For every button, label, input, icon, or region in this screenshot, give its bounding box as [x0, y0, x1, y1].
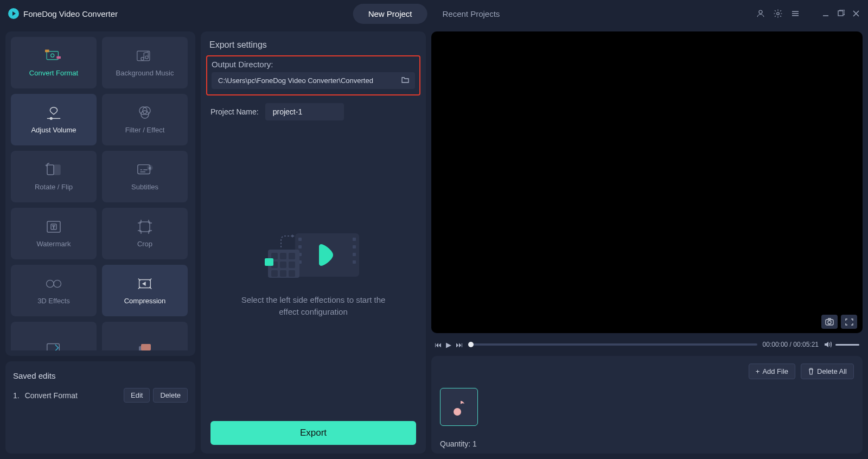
tab-new-project[interactable]: New Project: [353, 4, 427, 24]
effect-label: Adjust Volume: [31, 126, 76, 134]
player-controls: ⏮ ▶ ⏭ 00:00:00 / 00:05:21: [431, 337, 863, 352]
svg-rect-22: [140, 222, 150, 232]
effect-compression[interactable]: Compression: [102, 265, 188, 316]
svg-point-4: [51, 54, 54, 57]
file-list-panel: + Add File Delete All Quantity: 1: [431, 356, 863, 454]
effect-label: Background Music: [116, 69, 174, 77]
placeholder-text: Select the left side effections to start…: [232, 294, 395, 318]
timeline-knob[interactable]: [468, 342, 474, 347]
effect-filter-effect[interactable]: Filter / Effect: [102, 94, 188, 145]
folder-stack-icon: [136, 340, 154, 351]
output-directory-box: Output Directory: C:\Users\pc\FoneDog Vi…: [206, 55, 420, 95]
effect-label: 3D Effects: [37, 297, 70, 305]
effect-rotate-flip[interactable]: Rotate / Flip: [11, 151, 97, 202]
effect-3d-effects[interactable]: 3D Effects: [11, 265, 97, 316]
effect-extra-1[interactable]: [11, 322, 97, 350]
delete-all-button[interactable]: Delete All: [801, 364, 854, 379]
effect-label: Watermark: [36, 240, 71, 248]
svg-rect-37: [353, 260, 356, 264]
volume-icon[interactable]: [824, 341, 832, 348]
svg-rect-48: [265, 258, 273, 266]
subtitles-icon: €: [136, 162, 154, 177]
svg-point-10: [50, 117, 52, 119]
effect-watermark[interactable]: T Watermark: [11, 208, 97, 259]
maximize-button[interactable]: [837, 10, 845, 17]
watermark-icon: T: [45, 219, 62, 234]
svg-rect-3: [47, 52, 58, 60]
output-directory-label: Output Directory:: [212, 60, 415, 69]
user-icon[interactable]: [756, 9, 765, 18]
svg-rect-5: [56, 56, 61, 59]
rotate-flip-icon: [45, 162, 62, 177]
tab-recent-projects[interactable]: Recent Projects: [427, 4, 515, 24]
quantity-display: Quantity: 1: [440, 439, 854, 454]
snapshot-button[interactable]: [821, 315, 838, 329]
svg-rect-34: [353, 238, 356, 241]
menu-icon[interactable]: [790, 9, 800, 18]
svg-point-23: [47, 280, 54, 287]
music-note-icon: [451, 398, 467, 416]
time-display: 00:00:00 / 00:05:21: [763, 341, 819, 348]
svg-point-0: [759, 10, 762, 14]
svg-rect-45: [271, 270, 278, 277]
svg-rect-28: [141, 344, 151, 350]
adjust-volume-icon: [45, 105, 62, 120]
logo-icon: [8, 8, 19, 19]
svg-point-9: [145, 56, 148, 59]
project-name-input[interactable]: [265, 103, 344, 120]
saved-item-label: Convert Format: [25, 391, 78, 400]
svg-rect-30: [298, 238, 302, 241]
svg-rect-47: [289, 270, 295, 277]
project-name-label: Project Name:: [210, 107, 259, 116]
fullscreen-button[interactable]: [841, 315, 857, 329]
trash-icon: [808, 368, 814, 375]
svg-point-8: [141, 58, 144, 60]
effects-panel: Convert Format Background Music Adjust V…: [5, 31, 195, 356]
saved-edit-button[interactable]: Edit: [124, 388, 150, 403]
3d-effects-icon: [45, 276, 62, 291]
effect-subtitles[interactable]: € Subtitles: [102, 151, 188, 202]
effect-label: Compression: [124, 297, 166, 305]
effect-label: Rotate / Flip: [35, 183, 73, 191]
next-button[interactable]: ⏭: [456, 341, 463, 349]
filter-effect-icon: [136, 105, 154, 120]
effect-crop[interactable]: Crop: [102, 208, 188, 259]
video-preview[interactable]: [431, 31, 863, 333]
file-thumbnail[interactable]: [440, 388, 478, 426]
saved-edits-panel: Saved edits 1. Convert Format Edit Delet…: [5, 361, 195, 454]
add-file-button[interactable]: + Add File: [749, 364, 795, 379]
export-button[interactable]: Export: [210, 421, 416, 445]
saved-item-number: 1.: [13, 391, 20, 400]
play-button[interactable]: ▶: [446, 341, 451, 349]
effect-label: Crop: [137, 240, 152, 248]
saved-delete-button[interactable]: Delete: [153, 388, 188, 403]
export-settings-title: Export settings: [206, 40, 420, 50]
effect-background-music[interactable]: Background Music: [102, 37, 188, 88]
svg-rect-40: [280, 253, 286, 259]
svg-rect-31: [298, 245, 302, 248]
effect-label: Convert Format: [29, 69, 78, 77]
gear-icon[interactable]: [773, 9, 783, 18]
svg-rect-35: [353, 245, 356, 248]
svg-rect-14: [47, 165, 54, 175]
effect-adjust-volume[interactable]: Adjust Volume: [11, 94, 97, 145]
svg-point-50: [828, 321, 831, 324]
prev-button[interactable]: ⏮: [435, 341, 442, 349]
volume-slider[interactable]: [835, 344, 859, 346]
browse-folder-icon[interactable]: [401, 76, 410, 84]
app-logo: FoneDog Video Converter: [8, 8, 118, 19]
output-directory-value: C:\Users\pc\FoneDog Video Converter\Conv…: [218, 76, 373, 85]
minimize-button[interactable]: [822, 10, 829, 17]
compression-icon: [136, 276, 154, 291]
effect-convert-format[interactable]: Convert Format: [11, 37, 97, 88]
placeholder-graphic-icon: [265, 224, 362, 283]
svg-rect-2: [838, 11, 843, 16]
close-button[interactable]: [852, 10, 860, 17]
effect-extra-2[interactable]: [102, 322, 188, 350]
output-directory-input[interactable]: C:\Users\pc\FoneDog Video Converter\Conv…: [212, 72, 415, 89]
saved-edit-row: 1. Convert Format Edit Delete: [13, 388, 188, 403]
svg-point-24: [54, 280, 61, 287]
svg-rect-41: [289, 253, 295, 259]
edit-icon: [45, 340, 62, 351]
timeline-slider[interactable]: [468, 343, 757, 346]
